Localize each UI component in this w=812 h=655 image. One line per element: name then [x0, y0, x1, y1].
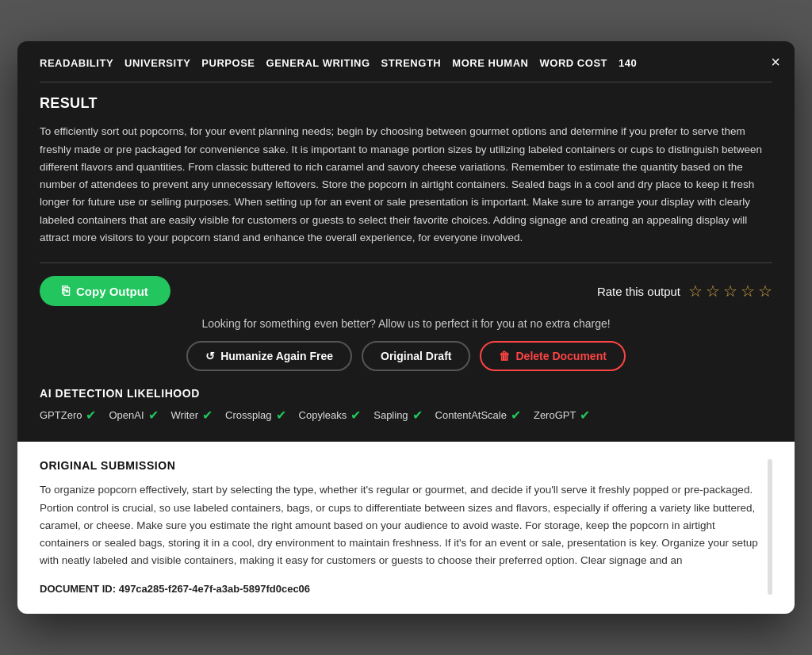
document-id-value: 497ca285-f267-4e7f-a3ab-5897fd0cec06 [119, 583, 310, 595]
humanize-label: Humanize Again Free [220, 350, 333, 362]
ai-badge-contentatscale-label: ContentAtScale [435, 409, 507, 421]
metric-word-cost-value: 140 [619, 57, 637, 69]
result-section: RESULT To efficiently sort out popcorns,… [40, 95, 772, 247]
ai-badge-contentatscale: ContentAtScale ✔ [435, 408, 521, 423]
result-heading: RESULT [40, 95, 772, 112]
metric-strength: STRENGTH [381, 57, 442, 69]
star-2[interactable]: ☆ [706, 282, 720, 301]
humanize-icon: ↺ [205, 350, 215, 362]
copy-button-label: Copy Output [76, 285, 148, 298]
ai-badge-zerogpt-label: ZeroGPT [534, 409, 576, 421]
upsell-text: Looking for something even better? Allow… [40, 317, 772, 330]
modal-bottom-panel: ORIGINAL SUBMISSION To organize popcorn … [17, 442, 795, 613]
actions-row: ⎘ Copy Output Rate this output ☆ ☆ ☆ ☆ ☆ [40, 276, 772, 306]
metric-more-human: MORE HUMAN [452, 57, 528, 69]
check-icon-crossplag: ✔ [276, 408, 286, 423]
ai-badge-gptzero-label: GPTZero [40, 409, 82, 421]
copy-icon: ⎘ [62, 284, 70, 298]
ai-badge-gptzero: GPTZero ✔ [40, 408, 96, 423]
check-icon-openai: ✔ [148, 408, 159, 423]
original-draft-button[interactable]: Original Draft [362, 341, 470, 371]
ai-badge-copyleaks-label: Copyleaks [299, 409, 347, 421]
divider-bottom [40, 262, 772, 263]
delete-label: Delete Document [515, 350, 606, 362]
check-icon-gptzero: ✔ [86, 408, 96, 423]
ai-detection-section: AI DETECTION LIKELIHOOD GPTZero ✔ OpenAI… [40, 387, 772, 423]
modal-top-panel: × READABILITY UNIVERSITY PURPOSE GENERAL… [17, 41, 795, 442]
check-icon-sapling: ✔ [412, 408, 423, 423]
check-icon-writer: ✔ [202, 408, 213, 423]
original-submission-heading: ORIGINAL SUBMISSION [40, 459, 761, 472]
star-4[interactable]: ☆ [741, 282, 755, 301]
metric-general-writing: GENERAL WRITING [266, 57, 370, 69]
ai-badge-openai-label: OpenAI [109, 409, 144, 421]
action-buttons-row: ↺ Humanize Again Free Original Draft 🗑 D… [40, 341, 772, 371]
metrics-row: READABILITY UNIVERSITY PURPOSE GENERAL W… [40, 57, 772, 69]
metric-readability: READABILITY [40, 57, 113, 69]
ai-badge-openai: OpenAI ✔ [109, 408, 158, 423]
scrollbar[interactable] [768, 459, 772, 594]
star-5[interactable]: ☆ [758, 282, 772, 301]
star-rating[interactable]: ☆ ☆ ☆ ☆ ☆ [688, 282, 772, 301]
original-draft-label: Original Draft [381, 350, 451, 362]
rate-output-row: Rate this output ☆ ☆ ☆ ☆ ☆ [597, 282, 772, 301]
ai-badge-writer-label: Writer [171, 409, 198, 421]
divider-top [40, 82, 772, 82]
ai-badge-crossplag: Crossplag ✔ [225, 408, 286, 423]
ai-detection-heading: AI DETECTION LIKELIHOOD [40, 387, 772, 400]
result-text: To efficiently sort out popcorns, for yo… [40, 123, 772, 247]
delete-document-button[interactable]: 🗑 Delete Document [480, 341, 625, 371]
modal-container: × READABILITY UNIVERSITY PURPOSE GENERAL… [17, 41, 795, 613]
check-icon-zerogpt: ✔ [580, 408, 590, 423]
modal-bottom-inner: ORIGINAL SUBMISSION To organize popcorn … [40, 459, 772, 594]
document-id-row: DOCUMENT ID: 497ca285-f267-4e7f-a3ab-589… [40, 583, 761, 595]
original-submission-text: To organize popcorn effectively, start b… [40, 481, 761, 569]
ai-badge-sapling: Sapling ✔ [373, 408, 422, 423]
document-id-label: DOCUMENT ID: [40, 583, 116, 595]
close-button[interactable]: × [771, 54, 780, 70]
copy-output-button[interactable]: ⎘ Copy Output [40, 276, 170, 306]
humanize-again-button[interactable]: ↺ Humanize Again Free [186, 341, 352, 371]
star-3[interactable]: ☆ [723, 282, 737, 301]
ai-badge-crossplag-label: Crossplag [225, 409, 272, 421]
ai-badges-row: GPTZero ✔ OpenAI ✔ Writer ✔ Crossplag ✔ … [40, 408, 772, 423]
ai-badge-writer: Writer ✔ [171, 408, 213, 423]
ai-badge-zerogpt: ZeroGPT ✔ [534, 408, 590, 423]
trash-icon: 🗑 [499, 350, 510, 362]
check-icon-contentatscale: ✔ [511, 408, 521, 423]
ai-badge-sapling-label: Sapling [373, 409, 408, 421]
ai-badge-copyleaks: Copyleaks ✔ [299, 408, 362, 423]
rate-label: Rate this output [597, 285, 680, 298]
metric-purpose: PURPOSE [201, 57, 255, 69]
star-1[interactable]: ☆ [688, 282, 703, 301]
metric-university: UNIVERSITY [124, 57, 190, 69]
check-icon-copyleaks: ✔ [350, 408, 361, 423]
metric-word-cost: WORD COST [539, 57, 607, 69]
